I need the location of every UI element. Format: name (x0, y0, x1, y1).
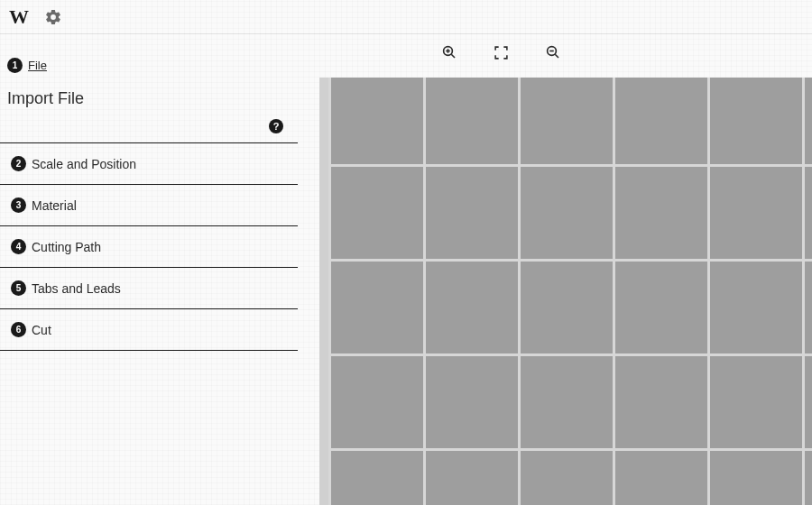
step-number-badge: 5 (11, 280, 26, 296)
step-tabs-leads[interactable]: 5 Tabs and Leads (0, 268, 298, 309)
canvas-pane (298, 34, 812, 505)
work-grid (328, 78, 812, 505)
canvas-viewport[interactable] (319, 78, 812, 505)
step-scale-position[interactable]: 2 Scale and Position (0, 143, 298, 185)
app-logo[interactable]: W (9, 5, 28, 29)
step-label: Cutting Path (32, 240, 101, 254)
fit-screen-icon[interactable] (494, 45, 509, 60)
step-cut[interactable]: 6 Cut (0, 309, 298, 351)
step-number-badge: 3 (11, 197, 26, 213)
step-label: Cut (32, 323, 51, 337)
step-material[interactable]: 3 Material (0, 185, 298, 226)
step-number-badge: 4 (11, 239, 26, 254)
zoom-in-icon[interactable] (441, 44, 457, 60)
step-cutting-path[interactable]: 4 Cutting Path (0, 226, 298, 268)
import-file-button[interactable]: Import File (7, 89, 84, 107)
step-number-badge: 6 (11, 322, 26, 337)
step-number-badge: 1 (7, 58, 23, 73)
canvas-toolbar (298, 34, 812, 70)
zoom-out-icon[interactable] (545, 44, 561, 60)
svg-line-1 (451, 54, 455, 58)
settings-gear-icon[interactable] (44, 8, 62, 26)
svg-line-5 (555, 54, 558, 58)
step-label: File (28, 59, 47, 72)
step-label: Scale and Position (32, 157, 136, 171)
step-file-content: Import File ? (0, 75, 298, 143)
step-label: Material (32, 198, 77, 213)
step-label: Tabs and Leads (32, 281, 121, 296)
step-number-badge: 2 (11, 156, 26, 171)
step-file[interactable]: 1 File (0, 54, 298, 75)
steps-sidebar: 1 File Import File ? 2 Scale and Positio… (0, 34, 298, 505)
help-icon[interactable]: ? (269, 119, 283, 133)
